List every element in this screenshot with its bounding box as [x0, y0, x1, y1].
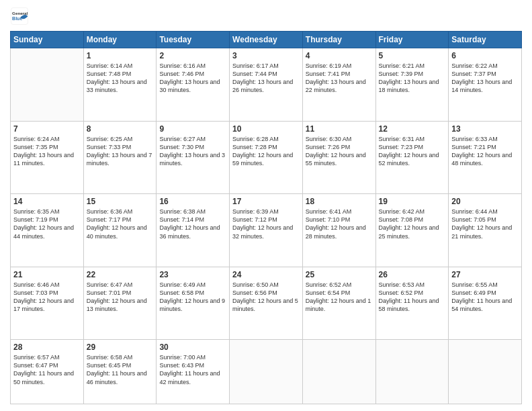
sunset-text: Sunset: 7:28 PM: [232, 144, 277, 150]
day-info: Sunrise: 6:16 AM Sunset: 7:46 PM Dayligh…: [159, 62, 226, 95]
sunrise-text: Sunrise: 6:35 AM: [13, 208, 60, 215]
sunrise-text: Sunrise: 6:31 AM: [379, 136, 425, 142]
daylight-text: Daylight: 12 hours and 36 minutes.: [159, 224, 220, 239]
sunset-text: Sunset: 7:26 PM: [306, 144, 351, 150]
daylight-text: Daylight: 12 hours and 5 minutes.: [232, 298, 298, 312]
sunset-text: Sunset: 7:37 PM: [451, 71, 496, 77]
day-number: 19: [379, 197, 446, 206]
daylight-text: Daylight: 13 hours and 18 minutes.: [379, 79, 439, 93]
day-number: 27: [451, 270, 519, 279]
daylight-text: Daylight: 11 hours and 58 minutes.: [379, 298, 439, 312]
sunrise-text: Sunrise: 6:16 AM: [159, 62, 206, 69]
weekday-header-cell: Friday: [375, 32, 449, 48]
sunset-text: Sunset: 6:54 PM: [306, 289, 351, 296]
calendar-day-cell: 16 Sunrise: 6:38 AM Sunset: 7:14 PM Dayl…: [157, 194, 230, 267]
day-number: 26: [379, 270, 446, 279]
day-number: 15: [87, 197, 154, 206]
calendar-body: 1 Sunrise: 6:14 AM Sunset: 7:48 PM Dayli…: [11, 48, 522, 404]
calendar-day-cell: 1 Sunrise: 6:14 AM Sunset: 7:48 PM Dayli…: [83, 48, 157, 122]
daylight-text: Daylight: 11 hours and 46 minutes.: [87, 370, 147, 385]
calendar-day-cell: 8 Sunrise: 6:25 AM Sunset: 7:33 PM Dayli…: [83, 121, 157, 194]
sunrise-text: Sunrise: 6:42 AM: [379, 208, 425, 215]
weekday-header-cell: Monday: [83, 32, 157, 48]
day-info: Sunrise: 6:36 AM Sunset: 7:17 PM Dayligh…: [87, 208, 154, 240]
day-number: 22: [87, 270, 154, 279]
weekday-header-cell: Tuesday: [157, 32, 230, 48]
day-info: Sunrise: 6:39 AM Sunset: 7:12 PM Dayligh…: [232, 208, 300, 240]
day-info: Sunrise: 6:52 AM Sunset: 6:54 PM Dayligh…: [306, 281, 373, 314]
daylight-text: Daylight: 13 hours and 11 minutes.: [13, 152, 74, 167]
calendar-week-row: 14 Sunrise: 6:35 AM Sunset: 7:19 PM Dayl…: [11, 194, 522, 267]
daylight-text: Daylight: 12 hours and 52 minutes.: [379, 152, 439, 167]
daylight-text: Daylight: 12 hours and 55 minutes.: [306, 152, 366, 167]
daylight-text: Daylight: 12 hours and 48 minutes.: [451, 152, 512, 167]
daylight-text: Daylight: 11 hours and 54 minutes.: [451, 298, 512, 312]
sunrise-text: Sunrise: 6:53 AM: [379, 281, 425, 288]
calendar-day-cell: 9 Sunrise: 6:27 AM Sunset: 7:30 PM Dayli…: [157, 121, 230, 194]
sunrise-text: Sunrise: 6:17 AM: [232, 62, 279, 69]
day-number: 23: [159, 270, 226, 279]
sunset-text: Sunset: 6:58 PM: [159, 289, 204, 296]
day-info: Sunrise: 6:19 AM Sunset: 7:41 PM Dayligh…: [306, 62, 373, 95]
day-info: Sunrise: 6:27 AM Sunset: 7:30 PM Dayligh…: [159, 135, 226, 168]
calendar-day-cell: 25 Sunrise: 6:52 AM Sunset: 6:54 PM Dayl…: [302, 267, 375, 340]
day-info: Sunrise: 6:25 AM Sunset: 7:33 PM Dayligh…: [87, 135, 154, 168]
day-info: Sunrise: 6:28 AM Sunset: 7:28 PM Dayligh…: [232, 135, 300, 168]
calendar-day-cell: 4 Sunrise: 6:19 AM Sunset: 7:41 PM Dayli…: [302, 48, 375, 122]
calendar-day-cell: 24 Sunrise: 6:50 AM Sunset: 6:56 PM Dayl…: [230, 267, 303, 340]
sunrise-text: Sunrise: 6:24 AM: [13, 136, 60, 142]
daylight-text: Daylight: 12 hours and 17 minutes.: [13, 298, 74, 312]
sunset-text: Sunset: 6:47 PM: [13, 362, 58, 369]
day-number: 30: [159, 342, 226, 352]
logo-icon: General Blue: [10, 7, 29, 26]
sunrise-text: Sunrise: 6:44 AM: [451, 208, 498, 215]
daylight-text: Daylight: 12 hours and 13 minutes.: [87, 298, 147, 312]
day-number: 4: [306, 51, 373, 60]
calendar-day-cell: 28 Sunrise: 6:57 AM Sunset: 6:47 PM Dayl…: [11, 340, 84, 404]
daylight-text: Daylight: 13 hours and 14 minutes.: [451, 79, 512, 93]
day-info: Sunrise: 6:21 AM Sunset: 7:39 PM Dayligh…: [379, 62, 446, 95]
sunrise-text: Sunrise: 6:14 AM: [87, 62, 133, 69]
calendar-day-cell: 6 Sunrise: 6:22 AM Sunset: 7:37 PM Dayli…: [449, 48, 522, 122]
sunset-text: Sunset: 7:39 PM: [379, 71, 424, 77]
day-info: Sunrise: 6:42 AM Sunset: 7:08 PM Dayligh…: [379, 208, 446, 240]
sunrise-text: Sunrise: 6:49 AM: [159, 281, 206, 288]
day-number: 16: [159, 197, 226, 206]
calendar-day-cell: 21 Sunrise: 6:46 AM Sunset: 7:03 PM Dayl…: [11, 267, 84, 340]
sunrise-text: Sunrise: 7:00 AM: [159, 354, 206, 361]
sunrise-text: Sunrise: 6:22 AM: [451, 62, 498, 69]
calendar-table: SundayMondayTuesdayWednesdayThursdayFrid…: [10, 31, 522, 404]
sunset-text: Sunset: 7:35 PM: [13, 144, 58, 150]
sunset-text: Sunset: 7:21 PM: [451, 144, 496, 150]
day-number: 3: [232, 51, 300, 60]
calendar-day-cell: 19 Sunrise: 6:42 AM Sunset: 7:08 PM Dayl…: [375, 194, 449, 267]
calendar-day-cell: 23 Sunrise: 6:49 AM Sunset: 6:58 PM Dayl…: [157, 267, 230, 340]
calendar-week-row: 28 Sunrise: 6:57 AM Sunset: 6:47 PM Dayl…: [11, 340, 522, 404]
calendar-day-cell: 5 Sunrise: 6:21 AM Sunset: 7:39 PM Dayli…: [375, 48, 449, 122]
sunset-text: Sunset: 7:48 PM: [87, 71, 132, 77]
weekday-header-row: SundayMondayTuesdayWednesdayThursdayFrid…: [11, 32, 522, 48]
daylight-text: Daylight: 13 hours and 3 minutes.: [159, 152, 225, 167]
day-info: Sunrise: 6:14 AM Sunset: 7:48 PM Dayligh…: [87, 62, 154, 95]
daylight-text: Daylight: 12 hours and 44 minutes.: [13, 224, 74, 239]
calendar-day-cell: 13 Sunrise: 6:33 AM Sunset: 7:21 PM Dayl…: [449, 121, 522, 194]
day-info: Sunrise: 6:30 AM Sunset: 7:26 PM Dayligh…: [306, 135, 373, 168]
daylight-text: Daylight: 13 hours and 26 minutes.: [232, 79, 293, 93]
day-number: 2: [159, 51, 226, 60]
daylight-text: Daylight: 12 hours and 32 minutes.: [232, 224, 293, 239]
day-info: Sunrise: 6:22 AM Sunset: 7:37 PM Dayligh…: [451, 62, 519, 95]
calendar-day-cell: 26 Sunrise: 6:53 AM Sunset: 6:52 PM Dayl…: [375, 267, 449, 340]
day-number: 14: [13, 197, 81, 206]
calendar-day-cell: 20 Sunrise: 6:44 AM Sunset: 7:05 PM Dayl…: [449, 194, 522, 267]
sunrise-text: Sunrise: 6:19 AM: [306, 62, 352, 69]
sunset-text: Sunset: 6:45 PM: [87, 362, 132, 369]
sunset-text: Sunset: 7:05 PM: [451, 216, 496, 223]
day-info: Sunrise: 6:41 AM Sunset: 7:10 PM Dayligh…: [306, 208, 373, 240]
sunset-text: Sunset: 7:17 PM: [87, 216, 132, 223]
calendar-day-cell: 12 Sunrise: 6:31 AM Sunset: 7:23 PM Dayl…: [375, 121, 449, 194]
sunrise-text: Sunrise: 6:33 AM: [451, 136, 498, 142]
day-number: 18: [306, 197, 373, 206]
calendar-day-cell: [375, 340, 449, 404]
calendar-day-cell: [302, 340, 375, 404]
sunrise-text: Sunrise: 6:57 AM: [13, 354, 60, 361]
